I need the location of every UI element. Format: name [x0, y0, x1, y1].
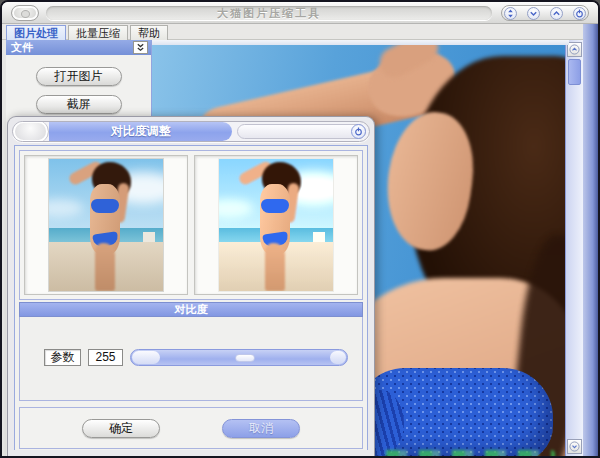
dialog-title: 对比度调整 [49, 122, 232, 141]
parameter-row: 参数 [44, 348, 348, 366]
window-title: 大猫图片压缩工具 [217, 6, 321, 21]
preview-before-image [48, 158, 164, 292]
maximize-icon[interactable] [550, 7, 563, 20]
title-bar: 大猫图片压缩工具 [2, 2, 598, 24]
dialog-title-capsule: 对比度调整 [12, 121, 370, 142]
dialog-button-panel: 确定 取消 [19, 407, 363, 449]
window-menu-button[interactable] [11, 5, 39, 21]
tab-help[interactable]: 帮助 [130, 25, 168, 40]
contrast-section-header: 对比度 [19, 302, 363, 317]
dialog-menu-button[interactable] [13, 121, 49, 142]
preview-after-box [194, 155, 358, 295]
dialog-title-bar[interactable]: 对比度调整 [12, 120, 370, 142]
parameter-area: 参数 [19, 317, 363, 401]
scrollbar-thumb[interactable] [568, 59, 581, 85]
parameter-value-input[interactable] [88, 349, 123, 366]
contrast-dialog: 对比度调整 [7, 116, 375, 457]
window-right-frame [583, 24, 598, 456]
ok-button[interactable]: 确定 [82, 419, 160, 438]
close-power-icon[interactable] [573, 7, 586, 20]
tab-batch-compress[interactable]: 批量压缩 [68, 25, 128, 40]
parameter-label: 参数 [44, 349, 81, 366]
file-panel-title: 文件 [11, 40, 33, 55]
preview-after-image [218, 158, 334, 292]
open-image-button[interactable]: 打开图片 [36, 67, 122, 86]
app-window: 大猫图片压缩工具 图片处理 批量压缩 帮助 [0, 0, 600, 458]
dialog-close-power-icon[interactable] [351, 124, 366, 139]
preview-area [19, 150, 363, 300]
vertical-scrollbar[interactable] [565, 40, 583, 456]
scroll-up-icon[interactable] [567, 42, 582, 57]
collapse-chevron-icon[interactable] [133, 41, 148, 54]
contrast-slider[interactable] [130, 349, 348, 366]
tab-image-processing[interactable]: 图片处理 [6, 25, 66, 40]
minimize-icon[interactable] [527, 7, 540, 20]
resize-icon[interactable] [504, 7, 517, 20]
dialog-body: 对比度 参数 确定 取消 [14, 145, 368, 450]
cancel-button[interactable]: 取消 [222, 419, 300, 438]
tab-label: 图片处理 [14, 26, 58, 41]
screenshot-button[interactable]: 截屏 [36, 95, 122, 114]
preview-before-box [24, 155, 188, 295]
window-controls [501, 5, 589, 21]
title-field: 大猫图片压缩工具 [46, 6, 492, 20]
tab-label: 批量压缩 [76, 26, 120, 41]
dialog-title-right-segment [237, 124, 366, 139]
scroll-down-icon[interactable] [567, 439, 582, 454]
tab-bar: 图片处理 批量压缩 帮助 [2, 24, 598, 40]
file-panel-header: 文件 [6, 40, 151, 55]
tab-label: 帮助 [138, 26, 160, 41]
canvas-top-border [152, 40, 569, 45]
slider-thumb[interactable] [235, 354, 255, 362]
